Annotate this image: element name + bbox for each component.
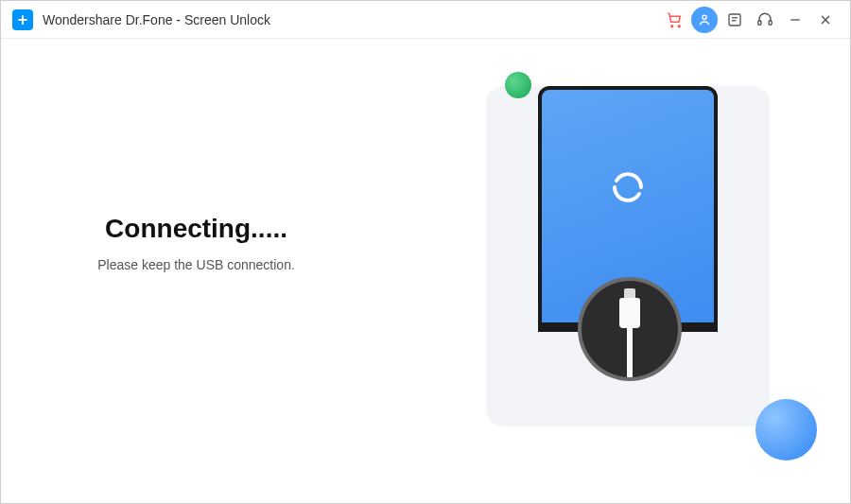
svg-point-1 [678,25,680,26]
cart-icon[interactable] [661,7,687,33]
status-subtext: Please keep the USB connection. [97,257,295,272]
left-panel: Connecting..... Please keep the USB conn… [1,0,391,503]
svg-point-0 [671,25,673,26]
support-icon[interactable] [752,7,778,33]
decor-blue-circle [755,399,817,461]
status-heading: Connecting..... [105,214,287,244]
svg-rect-6 [758,20,761,25]
plug-icon [619,298,640,328]
close-button[interactable] [812,7,839,33]
minimize-button[interactable] [782,7,808,33]
right-panel [391,39,850,503]
usb-plug-illustration [578,277,682,381]
sync-icon [608,167,648,207]
svg-rect-7 [769,20,772,25]
content-area: Connecting..... Please keep the USB conn… [1,39,850,503]
decor-green-circle [505,72,531,98]
svg-point-2 [703,15,706,19]
account-icon[interactable] [691,7,718,33]
svg-rect-3 [729,14,740,26]
feedback-icon[interactable] [721,7,748,33]
